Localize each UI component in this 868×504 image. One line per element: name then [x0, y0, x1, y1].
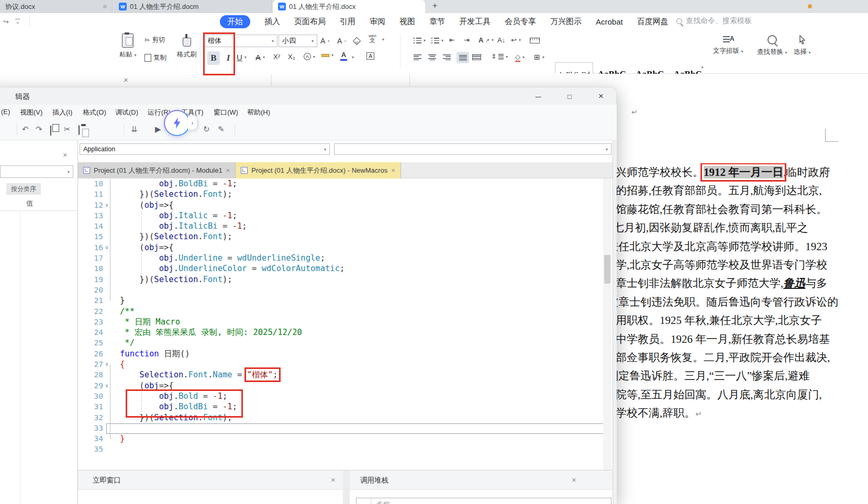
tab-close-icon[interactable]: × — [391, 166, 395, 174]
call-stack-list[interactable]: 名称 — [356, 498, 611, 504]
editor-menu-格式(O)[interactable]: 格式(O) — [83, 108, 106, 117]
ribbon-menu-引用[interactable]: 引用 — [340, 17, 355, 27]
code-line-22[interactable]: 22/** — [78, 306, 603, 317]
clear-format-button[interactable] — [354, 38, 360, 44]
ribbon-menu-会员专享[interactable]: 会员专享 — [505, 17, 536, 27]
font-color-button[interactable]: A — [340, 51, 347, 61]
code-line-20[interactable]: 20 — [78, 285, 603, 295]
code-scrollbar[interactable] — [603, 178, 611, 470]
design-mode-icon[interactable]: ✎ — [218, 125, 225, 134]
properties-categorized-tab[interactable]: 按分类序 — [6, 183, 41, 195]
ribbon-menu-百度网盘[interactable]: 百度网盘 — [637, 17, 669, 27]
editor-menu-调试(D)[interactable]: 调试(D) — [115, 108, 138, 117]
doc-tab-1[interactable]: 协议.docx — [0, 0, 113, 13]
code-line-15[interactable]: 15 })(Selection.Font); — [78, 231, 603, 242]
editor-menu-插入(I)[interactable]: 插入(I) — [52, 108, 72, 117]
text-layout-button[interactable]: 文字排版 ▾ — [713, 36, 743, 55]
strikethrough-button[interactable]: A▾ — [255, 53, 265, 62]
code-line-12[interactable]: 12∨ (obj=>{ — [78, 200, 603, 210]
code-line-26[interactable]: 26function 日期() — [78, 349, 603, 359]
fold-arrow-icon[interactable]: ∨ — [105, 380, 108, 391]
code-line-18[interactable]: 18 obj.UnderlineColor = wdColorAutomatic… — [78, 263, 603, 274]
step-into-icon[interactable]: ⇊ — [131, 125, 138, 134]
run-icon[interactable]: ▶ — [155, 125, 161, 134]
fold-arrow-icon[interactable]: ∨ — [105, 200, 108, 210]
code-line-27[interactable]: 27∨{ — [78, 359, 603, 369]
code-line-17[interactable]: 17 obj.Underline = wdUnderlineSingle; — [78, 253, 603, 263]
code-line-23[interactable]: 23 * 日期 Macro — [78, 317, 603, 327]
document-page[interactable]: ↵ 任绍兴师范学校校长。1912 年一月一日,临时政府元培的招募,任教育部部员。… — [587, 74, 868, 504]
scroll-up-icon[interactable]: ▴ — [701, 64, 703, 69]
grow-font-button[interactable]: A+ — [320, 37, 330, 45]
increase-indent-button[interactable]: ⇥ — [464, 36, 470, 44]
fold-arrow-icon[interactable]: ∨ — [105, 359, 108, 369]
code-line-34[interactable]: 34} — [78, 433, 603, 444]
maximize-button[interactable]: □ — [561, 89, 578, 104]
doc-tab-3-active[interactable]: W 01 人物生平介绍.docx — [273, 0, 425, 13]
copy-icon[interactable] — [50, 126, 51, 135]
editor-menu-帮助(H)[interactable]: 帮助(H) — [247, 108, 270, 117]
collapse-ribbon-icon[interactable]: ⌄ — [15, 19, 20, 24]
call-stack-panel[interactable]: 调用堆栈 × 名称 — [350, 471, 613, 504]
pinyin-guide-button[interactable]: wén文 — [369, 34, 376, 42]
scrollbar-thumb[interactable] — [604, 255, 610, 284]
procedure-dropdown[interactable]: ▾ — [334, 143, 611, 155]
numbered-list-button[interactable]: ▾ — [431, 37, 443, 43]
editor-menu-(E)[interactable]: (E) — [1, 108, 10, 116]
paste-icon[interactable] — [79, 126, 80, 135]
immediate-window[interactable]: 立即窗口 × — [78, 471, 343, 504]
new-tab-button[interactable]: + — [432, 1, 437, 10]
properties-object-combo[interactable]: ▾ — [0, 165, 73, 178]
ribbon-menu-视图[interactable]: 视图 — [399, 17, 415, 27]
copy-button[interactable]: 复制 — [144, 53, 166, 62]
code-line-10[interactable]: 10 obj.BoldBi = -1; — [78, 178, 603, 189]
circle-character-button[interactable]: A▾ — [304, 53, 315, 60]
code-line-25[interactable]: 25 */ — [78, 338, 603, 348]
select-button[interactable]: 选择 ▾ — [794, 35, 811, 57]
redo-icon[interactable]: ↷ — [36, 125, 42, 134]
ribbon-menu-章节[interactable]: 章节 — [429, 17, 445, 27]
pinyin-dropdown[interactable]: ▾ — [382, 37, 384, 42]
bullet-list-button[interactable]: ▾ — [414, 37, 426, 43]
line-spacing-button[interactable]: ⇕▾ — [491, 53, 508, 60]
code-line-14[interactable]: 14 obj.ItalicBi = -1; — [78, 221, 603, 231]
code-line-21[interactable]: 21} — [78, 295, 603, 306]
ruler-button[interactable] — [530, 38, 540, 43]
character-border-button[interactable]: A — [366, 52, 374, 60]
redo-icon[interactable]: ↪ — [3, 18, 9, 26]
minimize-button[interactable]: ─ — [529, 89, 547, 104]
superscript-button[interactable]: X² — [273, 53, 280, 61]
reset-icon[interactable]: ↻ — [203, 125, 210, 134]
lightning-icon[interactable] — [164, 110, 190, 136]
underline-button[interactable]: U▾ — [237, 53, 247, 62]
editor-menu-窗口(W)[interactable]: 窗口(W) — [214, 108, 238, 117]
align-left-button[interactable] — [414, 54, 421, 60]
font-size-combo[interactable]: 小四▾ — [279, 35, 317, 47]
ribbon-menu-插入[interactable]: 插入 — [264, 17, 280, 27]
justify-button[interactable] — [457, 52, 469, 63]
ai-assistant-button[interactable]: › — [164, 110, 197, 136]
expand-chevron-icon[interactable]: › — [188, 116, 197, 130]
ribbon-menu-开始[interactable]: 开始 — [220, 15, 250, 28]
highlight-button[interactable]: ▾ — [321, 53, 333, 58]
code-line-11[interactable]: 11 })(Selection.Font); — [78, 189, 603, 199]
undo-icon[interactable]: ↶ — [22, 125, 29, 134]
module-tab-1[interactable]: Project (01 人物生平介绍.docm) - Module1× — [78, 162, 236, 178]
macro-editor-titlebar[interactable]: 辑器 ─ □ × — [0, 87, 617, 105]
shading-button[interactable]: ◇▾ — [515, 53, 525, 62]
code-line-24[interactable]: 24 * 宏由 笨熊呆呆瓜 录制, 时间: 2025/12/20 — [78, 327, 603, 338]
ribbon-search[interactable]: 查找命令、搜索模板 — [676, 16, 752, 26]
decrease-indent-button[interactable]: ⇤ — [449, 36, 455, 44]
ribbon-menu-Acrobat[interactable]: Acrobat — [596, 17, 623, 26]
code-line-13[interactable]: 13 obj.Italic = -1; — [78, 210, 603, 221]
close-pane-icon[interactable]: × — [124, 76, 128, 84]
close-button[interactable]: × — [592, 89, 610, 104]
distribute-button[interactable] — [472, 54, 481, 60]
ribbon-menu-开发工具[interactable]: 开发工具 — [459, 17, 491, 27]
sort-button[interactable]: A↓ — [497, 36, 505, 44]
immediate-close-icon[interactable]: × — [331, 475, 336, 484]
object-dropdown[interactable]: Application▾ — [80, 143, 330, 155]
borders-button[interactable]: ⊞▾ — [534, 53, 544, 61]
align-center-button[interactable] — [428, 54, 436, 60]
format-painter-button[interactable]: 格式刷 — [177, 33, 197, 59]
